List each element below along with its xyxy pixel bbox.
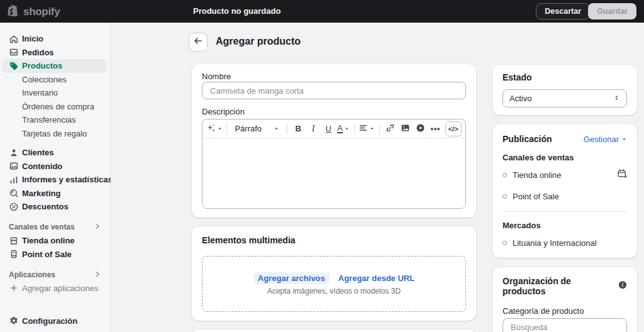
publishing-card: Publicación Gestionar Canales de ventas … bbox=[492, 124, 637, 258]
sidebar-item-inicio[interactable]: Inicio bbox=[0, 32, 110, 46]
sidebar-item-pedidos[interactable]: Pedidos bbox=[0, 46, 110, 60]
sidebar-item-clientes[interactable]: Clientes bbox=[0, 146, 110, 160]
bold-button[interactable]: B bbox=[291, 121, 305, 136]
show-html-button[interactable]: </> bbox=[445, 121, 462, 136]
channel-row-tienda-online: Tienda online bbox=[502, 166, 627, 184]
rich-text-editor: Párrafo B I U A bbox=[202, 119, 466, 209]
chevron-right-icon bbox=[94, 269, 101, 280]
channel-row-point-of-sale: Point of Sale bbox=[502, 187, 627, 205]
alignment-button[interactable] bbox=[358, 121, 375, 136]
video-play-icon bbox=[416, 123, 425, 135]
unsaved-status-text: Producto no guardado bbox=[193, 0, 280, 23]
media-card: Elementos multimedia Agregar archivos Ag… bbox=[192, 226, 476, 321]
pos-icon bbox=[8, 249, 19, 260]
caret-down-icon bbox=[621, 135, 627, 144]
apps-section-header[interactable]: Aplicaciones bbox=[0, 268, 110, 282]
info-icon[interactable] bbox=[618, 280, 627, 292]
channels-subheader: Canales de ventas bbox=[502, 153, 627, 162]
insert-link-button[interactable] bbox=[384, 121, 397, 136]
organization-card-title: Organización de productos bbox=[502, 276, 614, 296]
ai-magic-button[interactable] bbox=[206, 121, 223, 136]
sales-channels-section-header[interactable]: Canales de ventas bbox=[0, 221, 110, 235]
media-card-title: Elementos multimedia bbox=[202, 235, 466, 245]
sidebar-item-tarjetas-de-regalo[interactable]: Tarjetas de regalo bbox=[0, 127, 110, 141]
main-content: Agregar producto Nombre Descripción Párr… bbox=[111, 23, 644, 332]
analytics-icon bbox=[8, 174, 19, 185]
save-button[interactable]: Guardar bbox=[588, 3, 636, 19]
image-icon bbox=[401, 123, 410, 135]
customers-icon bbox=[8, 147, 19, 158]
sidebar-item-informes[interactable]: Informes y estadísticas bbox=[0, 173, 110, 187]
media-hint-text: Acepta imágenes, vídeos o modelos 3D bbox=[267, 287, 401, 296]
tag-icon bbox=[8, 60, 19, 71]
status-select-value: Activo bbox=[509, 94, 531, 103]
schedule-calendar-icon[interactable] bbox=[617, 169, 627, 181]
sparkle-icon bbox=[206, 123, 216, 135]
description-textarea[interactable] bbox=[203, 138, 465, 208]
online-store-icon bbox=[8, 235, 19, 246]
markets-subheader: Mercados bbox=[502, 221, 627, 230]
gear-icon bbox=[8, 316, 19, 326]
sidebar-item-contenido[interactable]: Contenido bbox=[0, 160, 110, 174]
status-card: Estado Activo bbox=[492, 65, 637, 115]
product-name-input[interactable] bbox=[202, 82, 466, 99]
chevron-right-icon bbox=[94, 221, 101, 233]
sidebar-item-point-of-sale[interactable]: Point of Sale bbox=[0, 248, 110, 262]
marketing-icon bbox=[8, 188, 19, 199]
align-icon bbox=[358, 123, 368, 135]
sidebar-item-transferencias[interactable]: Transferencias bbox=[0, 113, 110, 127]
italic-button[interactable]: I bbox=[306, 121, 320, 136]
link-icon bbox=[386, 123, 395, 135]
content-icon bbox=[8, 161, 19, 172]
caret-down-icon bbox=[217, 124, 223, 133]
divider bbox=[502, 211, 627, 212]
organization-card: Organización de productos Categoría de p… bbox=[492, 267, 637, 332]
market-bullet bbox=[502, 241, 507, 245]
product-category-input[interactable] bbox=[502, 318, 627, 332]
sidebar-item-descuentos[interactable]: Descuentos bbox=[0, 200, 110, 214]
status-card-title: Estado bbox=[502, 72, 627, 82]
product-details-card: Nombre Descripción Párrafo B I U A bbox=[192, 64, 476, 218]
sidebar-item-inventario[interactable]: Inventario bbox=[0, 86, 110, 100]
caret-down-icon bbox=[369, 124, 375, 133]
description-label: Descripción bbox=[202, 107, 466, 117]
insert-image-button[interactable] bbox=[399, 121, 413, 136]
manage-publishing-button[interactable]: Gestionar bbox=[584, 135, 627, 144]
sidebar: Inicio Pedidos Productos Colecciones Inv… bbox=[0, 23, 111, 332]
shopify-logo[interactable]: shopify bbox=[8, 4, 60, 20]
editor-toolbar: Párrafo B I U A bbox=[203, 119, 465, 138]
add-apps-button[interactable]: Agregar aplicaciones bbox=[0, 282, 110, 296]
home-icon bbox=[8, 33, 19, 44]
back-arrow-icon bbox=[193, 36, 203, 48]
text-color-button[interactable]: A bbox=[336, 121, 350, 136]
add-files-button[interactable]: Agregar archivos bbox=[253, 272, 330, 284]
discard-button[interactable]: Descartar bbox=[536, 3, 590, 19]
paragraph-style-dropdown[interactable]: Párrafo bbox=[231, 121, 283, 136]
sidebar-item-configuracion[interactable]: Configuración bbox=[0, 314, 110, 328]
category-label: Categoría de producto bbox=[502, 306, 627, 316]
sidebar-item-colecciones[interactable]: Colecciones bbox=[0, 73, 110, 87]
more-options-button[interactable]: ••• bbox=[429, 121, 443, 136]
sidebar-item-tienda-online[interactable]: Tienda online bbox=[0, 234, 110, 248]
sidebar-item-ordenes-de-compra[interactable]: Órdenes de compra bbox=[0, 100, 110, 114]
next-card-partial bbox=[192, 329, 476, 332]
discounts-icon bbox=[8, 201, 19, 212]
shopify-wordmark: shopify bbox=[23, 6, 60, 18]
media-dropzone[interactable]: Agregar archivos Agregar desde URL Acept… bbox=[202, 256, 466, 312]
channel-bullet bbox=[502, 194, 507, 199]
plus-icon bbox=[8, 283, 19, 294]
back-button[interactable] bbox=[189, 33, 208, 52]
select-updown-icon bbox=[613, 94, 620, 103]
add-from-url-button[interactable]: Agregar desde URL bbox=[338, 274, 414, 283]
status-select[interactable]: Activo bbox=[502, 89, 627, 108]
sidebar-item-marketing[interactable]: Marketing bbox=[0, 187, 110, 201]
market-row: Lituania y Internacional bbox=[502, 234, 627, 252]
orders-icon bbox=[8, 47, 19, 58]
publishing-card-title: Publicación bbox=[502, 134, 552, 144]
sidebar-item-productos[interactable]: Productos bbox=[2, 59, 107, 73]
caret-down-icon bbox=[274, 124, 279, 133]
name-label: Nombre bbox=[202, 72, 466, 82]
insert-video-button[interactable] bbox=[414, 121, 428, 136]
topbar: shopify Producto no guardado Descartar G… bbox=[0, 0, 644, 23]
underline-button[interactable]: U bbox=[321, 121, 335, 136]
